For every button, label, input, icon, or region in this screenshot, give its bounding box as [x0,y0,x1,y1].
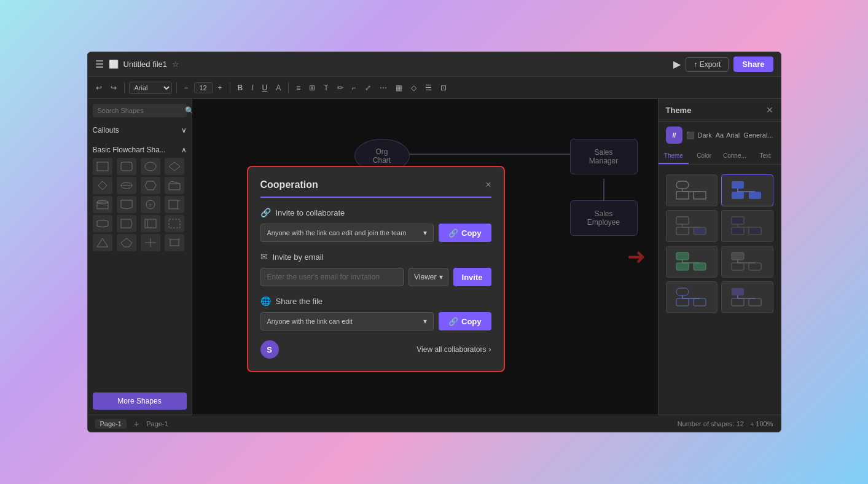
shape-item[interactable] [117,158,136,175]
copy-link-button[interactable]: 🔗 Copy [439,224,491,242]
shape-item[interactable] [117,177,136,194]
align-button[interactable]: ≡ [293,82,303,94]
extra-button[interactable]: ☰ [422,82,435,94]
general-theme-option[interactable]: General... [743,131,773,139]
view-all-collaborators-link[interactable]: View all collaborators › [416,345,491,354]
dropdown-arrow-icon: ▾ [423,228,427,237]
shape-item[interactable] [117,196,136,213]
shape-item[interactable] [93,177,112,194]
share-button[interactable]: Share [733,57,773,72]
svg-rect-44 [676,227,689,235]
canvas-area[interactable]: OrgChart CEO SalesManager SalesEmployee … [192,99,658,415]
tab-text[interactable]: Text [750,149,781,164]
style-thumb-7[interactable] [666,281,718,313]
play-button[interactable]: ▶ [673,58,681,70]
theme-close-button[interactable]: ✕ [766,105,773,115]
shape-item[interactable] [165,215,184,232]
toolbar: ↩ ↪ Arial − + B I U A ≡ ⊞ T ✏ ⌐ ⤢ ⋯ ▦ ◇ … [88,77,781,99]
shape-item[interactable] [93,234,112,251]
style-thumb-3[interactable] [666,210,718,242]
svg-line-9 [169,181,171,184]
more-shapes-button[interactable]: More Shapes [93,392,187,410]
style-thumb-1[interactable] [666,174,718,206]
more-tools-button[interactable]: ⋯ [377,82,390,94]
toolbar-separator-3 [230,82,230,93]
text-button[interactable]: T [321,82,331,94]
bold-button[interactable]: B [235,82,246,94]
toolbar-separator-1 [124,82,125,93]
style-thumb-2[interactable] [721,174,773,206]
tab-color[interactable]: Color [689,149,719,164]
toolbar-separator-2 [176,82,177,93]
tab-theme[interactable]: Theme [659,149,689,164]
email-icon: ✉ [260,252,268,262]
main-content: 🔍 Callouts ∨ Basic Flowchart Sha... ∧ [88,99,781,415]
svg-rect-1 [121,162,132,171]
dark-icon: ⬛ [686,131,695,139]
shape-item[interactable] [141,215,160,232]
share-copy-button[interactable]: 🔗 Copy [439,312,491,330]
svg-rect-68 [732,288,744,295]
shape-item[interactable] [93,196,112,213]
style-thumb-6[interactable] [721,246,773,278]
font-size-input[interactable] [194,82,213,93]
svg-rect-43 [676,217,689,224]
shape-item[interactable] [117,215,136,232]
role-dropdown[interactable]: Viewer ▾ [409,268,448,286]
modal-close-button[interactable]: × [485,179,491,190]
shape-item[interactable] [93,158,112,175]
waypoint-button[interactable]: ⤢ [362,82,374,94]
toolbar-separator-4 [288,82,289,93]
shape-item[interactable] [165,196,184,213]
view-all-chevron-icon: › [489,345,491,354]
pen-button[interactable]: ✏ [334,82,346,94]
add-page-button[interactable]: + [134,419,139,429]
list-button[interactable]: ⊞ [306,82,318,94]
shape-item[interactable] [93,215,112,232]
shape-item[interactable] [165,177,184,194]
italic-button[interactable]: I [248,82,256,94]
shape-item[interactable] [117,234,136,251]
menu-icon[interactable]: ☰ [95,58,104,70]
invite-email-section: ✉ Invite by email [260,252,491,262]
svg-rect-39 [732,192,744,199]
table-button[interactable]: ▦ [393,82,405,94]
svg-rect-34 [694,192,706,199]
link-permission-dropdown[interactable]: Anyone with the link can edit and join t… [260,224,434,242]
dark-theme-option[interactable]: ⬛ Dark [686,131,711,139]
share-permission-dropdown[interactable]: Anyone with the link can edit ▾ [260,312,434,330]
shape-item[interactable] [165,234,184,251]
tab-connector[interactable]: Conne... [719,149,750,164]
search-input[interactable] [98,107,182,114]
theme-title: Theme [666,106,692,115]
undo-button[interactable]: ↩ [93,82,105,94]
underline-button[interactable]: U [259,82,271,94]
svg-rect-59 [732,263,744,270]
increase-font-button[interactable]: + [215,82,225,94]
page-tab[interactable]: Page-1 [95,419,127,429]
callouts-header[interactable]: Callouts ∨ [93,126,187,135]
connector-button[interactable]: ⌐ [349,82,359,94]
style-thumb-4[interactable] [721,210,773,242]
shape-item[interactable] [141,177,160,194]
email-input[interactable] [260,268,404,286]
redo-button[interactable]: ↪ [108,82,120,94]
svg-line-17 [178,209,180,209]
arial-theme-option[interactable]: Aa Arial [716,131,740,139]
favorite-icon[interactable]: ☆ [172,60,179,69]
flowchart-header[interactable]: Basic Flowchart Sha... ∧ [93,146,187,154]
svg-line-10 [171,181,180,184]
shape-item[interactable]: ? [141,196,160,213]
invite-button[interactable]: Invite [453,268,491,286]
style-thumb-8[interactable] [721,281,773,313]
decrease-font-button[interactable]: − [181,82,192,94]
shape-item[interactable] [165,158,184,175]
style-thumb-5[interactable] [666,246,718,278]
font-color-button[interactable]: A [273,82,284,94]
export-button[interactable]: ↑ Export [686,57,729,72]
font-family-select[interactable]: Arial [129,82,172,94]
shape-item[interactable] [141,234,160,251]
shape-item[interactable] [141,158,160,175]
zoom-fit-button[interactable]: ⊡ [437,82,450,94]
shape-button[interactable]: ◇ [408,82,420,94]
